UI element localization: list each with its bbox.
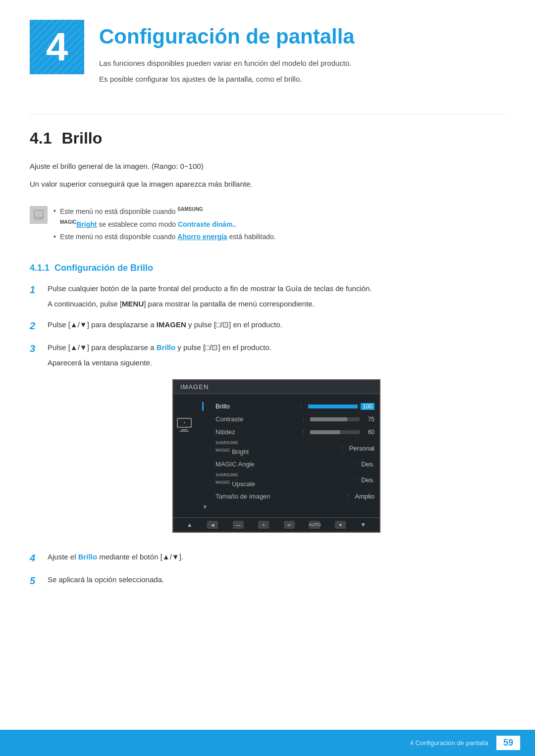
monitor-icon xyxy=(177,418,192,428)
menu-screen-header: IMAGEN xyxy=(173,380,379,394)
page-wrapper: 4 Configuración de pantalla Las funcione… xyxy=(0,0,535,626)
step-4: 4 Ajuste el Brillo mediante el botón [▲/… xyxy=(30,551,505,565)
menu-row-nitidez: Nitidez : 60 xyxy=(195,426,379,439)
subsection-title-text: Configuración de Brillo xyxy=(54,263,153,273)
step-1-text: Pulse cualquier botón de la parte fronta… xyxy=(48,282,505,295)
step-5-text: Se aplicará la opción seleccionada. xyxy=(48,573,505,586)
footer-btn-settings: ✦ xyxy=(335,521,346,529)
section-para1: Ajuste el brillo general de la imagen. (… xyxy=(30,160,505,173)
note2-link: Ahorro energía xyxy=(177,233,227,241)
subsection-number: 4.1.1 xyxy=(30,263,50,273)
menu-row-bright: SAMSUNGMAGIC Bright : Personal xyxy=(195,439,379,458)
step-3: 3 Pulse [▲/▼] para desplazarse a Brillo … xyxy=(30,341,505,543)
step-3-content: Pulse [▲/▼] para desplazarse a Brillo y … xyxy=(48,341,505,543)
footer-btn-enter: ↵ xyxy=(284,521,295,529)
footer-chapter-text: 4 Configuración de pantalla xyxy=(410,739,488,747)
page-footer: 4 Configuración de pantalla 59 xyxy=(0,730,535,756)
note-line-1: • Este menú no está disponible cuando SA… xyxy=(54,205,505,231)
menu-row-contraste: Contraste : 75 xyxy=(195,413,379,426)
step-4-text: Ajuste el Brillo mediante el botón [▲/▼]… xyxy=(48,551,505,563)
step-1-subtext: A continuación, pulse [MENU] para mostra… xyxy=(48,298,505,310)
note1-link: Bright xyxy=(76,220,97,228)
chapter-desc1: Las funciones disponibles pueden variar … xyxy=(99,57,505,69)
note1-mid: se establece como modo xyxy=(97,220,177,228)
footer-btn-auto: AUTO xyxy=(309,521,320,529)
chapter-number-text: 4 xyxy=(46,24,68,70)
note-lines: • Este menú no está disponible cuando SA… xyxy=(54,205,505,243)
note-box: • Este menú no está disponible cuando SA… xyxy=(30,200,505,248)
menu-row-tamano: Tamaño de imagen : Amplio xyxy=(195,490,379,503)
chapter-desc2: Es posible configurar los ajustes de la … xyxy=(99,73,505,85)
content-area: 4.1Brillo Ajuste el brillo general de la… xyxy=(0,129,535,588)
step-2-text: Pulse [▲/▼] para desplazarse a IMAGEN y … xyxy=(48,318,505,331)
chapter-header: 4 Configuración de pantalla Las funcione… xyxy=(0,0,535,104)
menu-footer: ▲ ◄ — + ↵ xyxy=(173,517,379,532)
footer-btn-minus: — xyxy=(233,521,244,529)
step-1: 1 Pulse cualquier botón de la parte fron… xyxy=(30,282,505,310)
menu-row-brillo: Brillo : 100 xyxy=(195,400,379,413)
step-3-text: Pulse [▲/▼] para desplazarse a Brillo y … xyxy=(48,341,505,354)
note-icon xyxy=(30,206,48,224)
section-title-text: Brillo xyxy=(61,129,102,147)
menu-body: Brillo : 100 xyxy=(173,394,379,517)
section-41-title: 4.1Brillo xyxy=(30,129,505,148)
subsection-411-title: 4.1.1 Configuración de Brillo xyxy=(30,263,505,273)
step-1-content: Pulse cualquier botón de la parte fronta… xyxy=(48,282,505,310)
chapter-title: Configuración de pantalla xyxy=(99,25,505,49)
step-4-content: Ajuste el Brillo mediante el botón [▲/▼]… xyxy=(48,551,505,563)
step-3-subtext: Aparecerá la ventana siguiente. xyxy=(48,356,505,369)
steps-list: 1 Pulse cualquier botón de la parte fron… xyxy=(30,282,505,588)
chapter-number: 4 xyxy=(30,20,84,74)
footer-down-arrow: ▼ xyxy=(360,521,366,528)
menu-icon-col xyxy=(173,398,195,513)
chapter-title-block: Configuración de pantalla Las funciones … xyxy=(99,20,505,89)
menu-row-upscale: SAMSUNGMAGIC Upscale : Des. xyxy=(195,471,379,490)
note1-pre: Este menú no está disponible cuando xyxy=(60,207,177,215)
note1-bold: Contraste dinám.. xyxy=(178,220,236,228)
note2-post: está habilitado. xyxy=(227,233,276,241)
note-line-2: • Este menú no está disponible cuando Ah… xyxy=(54,231,505,243)
note2-pre: Este menú no está disponible cuando xyxy=(60,233,177,241)
section-divider xyxy=(30,114,505,114)
step-5: 5 Se aplicará la opción seleccionada. xyxy=(30,573,505,588)
menu-scroll-down: ▼ xyxy=(195,503,379,511)
menu-row-angle: MAGIC Angle : Des. xyxy=(195,458,379,471)
step-2: 2 Pulse [▲/▼] para desplazarse a IMAGEN … xyxy=(30,318,505,333)
menu-screen: IMAGEN xyxy=(172,379,380,533)
step-5-content: Se aplicará la opción seleccionada. xyxy=(48,573,505,586)
footer-up-arrow: ▲ xyxy=(187,521,193,528)
section-number: 4.1 xyxy=(30,129,52,147)
section-para2: Un valor superior conseguirá que la imag… xyxy=(30,178,505,191)
step-2-content: Pulse [▲/▼] para desplazarse a IMAGEN y … xyxy=(48,318,505,331)
menu-screenshot: IMAGEN xyxy=(172,379,380,533)
menu-items-col: Brillo : 100 xyxy=(195,398,379,513)
footer-btn-back: ◄ xyxy=(207,521,218,529)
footer-page-number: 59 xyxy=(496,736,520,750)
footer-btn-plus: + xyxy=(258,521,269,529)
